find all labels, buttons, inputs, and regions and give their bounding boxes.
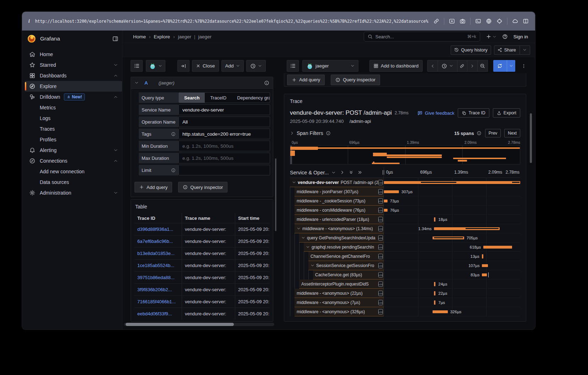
trace-id-link[interactable]: 1ce185ab5524b... — [137, 263, 174, 268]
trace-id-link[interactable]: 3f9f836b206b2... — [137, 287, 172, 292]
span-duration-bar[interactable] — [434, 291, 435, 295]
span-name-cell[interactable]: middleware - <anonymous> (326µs)LOG — [295, 307, 384, 316]
min-duration-input[interactable]: e.g. 1.2s, 100ms, 500us — [178, 141, 270, 151]
query-inspector-button[interactable]: Query inspector — [178, 182, 227, 192]
time-range-button[interactable] — [438, 60, 457, 72]
prev-span-button[interactable]: Prev — [485, 129, 501, 137]
max-duration-input[interactable]: e.g. 1.2s, 100ms, 500us — [178, 153, 270, 163]
url-bar[interactable]: http://localhost:3200/explore?schemaVers… — [35, 19, 429, 24]
info-icon[interactable] — [477, 131, 482, 136]
copy-link-icon[interactable] — [433, 18, 439, 24]
add-query-button[interactable]: Add query — [287, 75, 325, 85]
log-icon[interactable]: LOG — [378, 263, 383, 268]
span-name-cell[interactable]: ChannelService.getChannelFroLOG — [308, 252, 384, 261]
span-row[interactable]: middleware - <anonymous> (22µs)LOG22µs — [290, 289, 520, 298]
page-info-icon[interactable]: i — [28, 18, 30, 24]
span-name-cell[interactable]: middleware - <anonymous> (1.34ms)LOG — [295, 224, 384, 233]
info-icon[interactable] — [264, 80, 269, 86]
span-row[interactable]: middleware - _cookieSession (73µs)LOG73µ… — [290, 196, 520, 206]
log-icon[interactable]: LOG — [378, 300, 383, 305]
trace-id-link[interactable]: d396d88f936a1... — [137, 227, 173, 232]
span-row[interactable]: middleware - corsMiddleware (76µs)LOG76µ… — [290, 206, 520, 215]
run-query-button[interactable] — [493, 60, 515, 72]
span-duration-bar[interactable] — [384, 209, 388, 212]
sidebar-item-home[interactable]: Home — [25, 49, 122, 60]
span-name-cell[interactable]: graphql.resolve pendingSearchInLOG — [304, 243, 384, 252]
span-row[interactable]: query GetPendingSearchIndexUpdaLOG705µs — [290, 233, 520, 243]
limit-input[interactable] — [178, 165, 270, 175]
query-rows-button[interactable] — [131, 60, 143, 72]
span-duration-bar[interactable] — [434, 282, 435, 286]
log-icon[interactable]: LOG — [378, 207, 383, 213]
next-span-button[interactable]: Next — [504, 129, 520, 137]
log-icon[interactable]: LOG — [378, 198, 383, 203]
close-pane-button[interactable]: Close — [192, 60, 219, 72]
span-duration-bar[interactable] — [433, 310, 447, 313]
chevron-right-icon[interactable] — [290, 131, 294, 135]
add-query-button[interactable]: Add query — [134, 182, 172, 192]
sidebar-item-connections[interactable]: Connections — [25, 156, 122, 166]
globe-icon[interactable] — [486, 18, 492, 24]
span-name-cell[interactable]: middleware - <anonymous> (22µs)LOG — [295, 289, 384, 298]
span-duration-bar[interactable] — [434, 217, 435, 222]
span-row[interactable]: graphql.resolve pendingSearchInLOG618µs — [290, 243, 520, 252]
split-columns-icon[interactable] — [523, 18, 529, 24]
column-header-trace-id[interactable]: Trace ID — [134, 213, 182, 223]
datasource-picker[interactable] — [146, 60, 165, 72]
span-row[interactable]: ChannelService.getChannelFroLOG13µs — [290, 252, 520, 261]
span-name-cell[interactable]: query GetPendingSearchIndexUpdaLOG — [299, 233, 384, 243]
span-name-cell[interactable]: vendure-dev-serverPOST /admin-api (2LOG — [290, 178, 384, 187]
pane-menu-button[interactable] — [520, 60, 528, 72]
span-duration-bar[interactable] — [384, 190, 399, 193]
log-icon[interactable]: LOG — [378, 290, 383, 296]
sidebar-item-profiles[interactable]: Profiles — [25, 134, 122, 145]
log-icon[interactable]: LOG — [378, 281, 383, 287]
sidebar-item-drilldown[interactable]: DrilldownNew! — [25, 92, 122, 102]
log-icon[interactable]: LOG — [378, 309, 383, 314]
column-header-start-time[interactable]: Start time — [235, 213, 269, 223]
trace-id-link[interactable]: 6a7ef6ba6c96b... — [137, 239, 173, 244]
add-button[interactable]: Add — [221, 60, 244, 72]
link-time-button[interactable] — [457, 60, 467, 72]
terminal-icon[interactable] — [475, 18, 481, 24]
service-name-input[interactable]: vendure-dev-server — [178, 104, 270, 115]
time-shift-forward-button[interactable] — [467, 60, 478, 72]
tab-traceid[interactable]: TraceID — [205, 93, 232, 103]
log-icon[interactable]: LOG — [378, 226, 383, 231]
chevron-down-icon[interactable] — [331, 170, 336, 175]
time-range-button[interactable] — [246, 60, 266, 72]
query-inspector-button[interactable]: Query inspector — [331, 75, 380, 85]
trace-minimap[interactable] — [290, 145, 520, 164]
span-row[interactable]: CacheService.get (83µs)LOG83µs — [290, 270, 520, 279]
query-history-button[interactable]: Query history — [451, 45, 491, 55]
search-input[interactable]: Search... ⌘+k — [364, 32, 480, 42]
sidebar-item-traces[interactable]: Traces — [25, 124, 122, 134]
info-icon[interactable] — [326, 131, 331, 136]
span-duration-bar[interactable] — [482, 273, 487, 276]
crosshair-icon[interactable] — [496, 18, 502, 24]
span-duration-bar[interactable] — [434, 300, 435, 305]
trace-id-link[interactable]: eebd4d06f33f9... — [137, 311, 172, 316]
log-icon[interactable]: LOG — [378, 180, 383, 185]
sign-in-button[interactable]: Sign in — [513, 34, 528, 39]
sidebar-item-logs[interactable]: Logs — [25, 113, 122, 124]
tags-input[interactable]: http.status_code=200 error=true — [178, 129, 270, 139]
breadcrumb-home[interactable]: Home — [133, 34, 146, 39]
tab-search[interactable]: Search — [179, 93, 205, 103]
chevron-right-icon[interactable] — [340, 170, 345, 175]
sidebar-item-alerting[interactable]: Alerting — [25, 145, 122, 156]
log-icon[interactable]: LOG — [378, 254, 383, 259]
horizontal-scrollbar[interactable] — [124, 323, 274, 326]
sidebar-item-data-sources[interactable]: Data sources — [25, 177, 122, 188]
time-shift-back-button[interactable] — [427, 60, 438, 72]
span-name-cell[interactable]: middleware - _cookieSession (73µs)LOG — [295, 196, 384, 206]
query-row-header[interactable]: A (jaeger) — [131, 77, 273, 89]
trace-id-button[interactable]: Trace ID — [458, 108, 489, 118]
trace-id-link[interactable]: b13e8da01853e... — [137, 251, 175, 256]
cloud-icon[interactable] — [512, 18, 518, 24]
span-name-cell[interactable]: SessionService.getSessionFroLOG — [308, 261, 384, 270]
trace-id-link[interactable]: 7166185f4066b1... — [137, 299, 176, 304]
sidebar-item-starred[interactable]: Starred — [25, 60, 122, 70]
log-icon[interactable]: LOG — [378, 217, 383, 222]
span-filters-label[interactable]: Span Filters — [297, 130, 323, 136]
